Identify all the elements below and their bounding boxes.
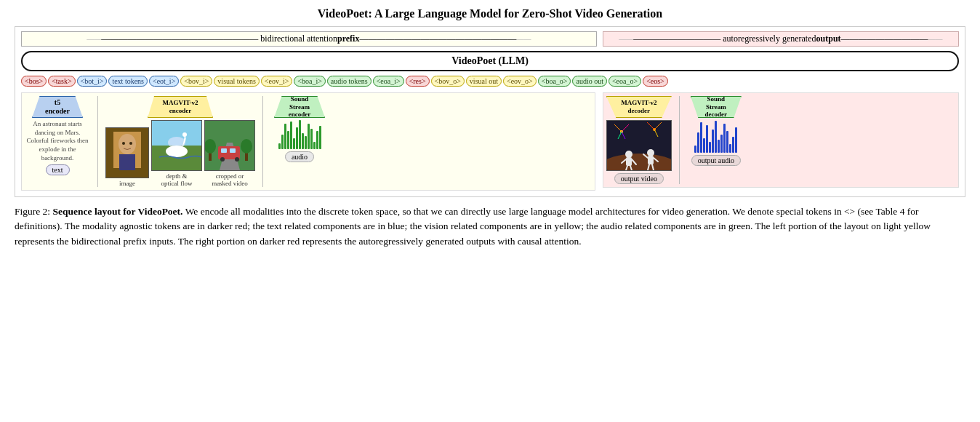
image-block: image xyxy=(105,127,149,187)
token-visual-tokens: visual tokens xyxy=(214,76,260,87)
depth-flow-block: depth &optical flow xyxy=(151,120,202,187)
token-boa-o: <boa_o> xyxy=(538,76,571,87)
token-res: <res> xyxy=(406,76,430,87)
magvit-decoder-block: MAGVIT-v2decoder xyxy=(606,96,672,184)
token-bos: <bos> xyxy=(21,76,47,87)
video-block: cropped ormasked video xyxy=(204,120,255,187)
depth-flow-caption: depth &optical flow xyxy=(161,172,192,187)
sound-enc-trapezoid: SoundStreamencoder xyxy=(274,96,325,118)
token-text-tokens: text tokens xyxy=(108,76,148,87)
token-audio-tokens: audio tokens xyxy=(327,76,371,87)
video-caption: cropped ormasked video xyxy=(212,172,248,187)
token-eoa-i: <eoa_i> xyxy=(373,76,404,87)
svg-point-16 xyxy=(235,157,239,162)
figure-number: Figure 2: xyxy=(15,206,53,217)
token-boa-i: <boa_i> xyxy=(294,76,326,87)
magvit-encoder-block: MAGVIT-v2encoder xyxy=(105,96,255,187)
svg-point-9 xyxy=(166,146,188,157)
token-task: <task> xyxy=(48,76,75,87)
t5-trapezoid: t5encoder xyxy=(32,96,83,118)
image-caption: image xyxy=(119,180,135,187)
audio-wave-enc xyxy=(278,120,321,149)
token-eov-o: <eov_o> xyxy=(503,76,537,87)
tokens-row: <bos> <task> <bot_i> text tokens <eot_i>… xyxy=(21,76,959,87)
main-title: VideoPoet: A Large Language Model for Ze… xyxy=(15,7,965,20)
svg-point-5 xyxy=(129,142,132,145)
svg-point-38 xyxy=(647,149,654,156)
svg-rect-3 xyxy=(119,154,135,170)
svg-point-20 xyxy=(241,139,252,154)
figure-caption: Figure 2: Sequence layout for VideoPoet.… xyxy=(15,204,965,249)
diagram-container: —————————————————— bidirectional attenti… xyxy=(15,26,965,197)
svg-point-32 xyxy=(625,151,632,158)
prefix-section: t5encoder An astronaut starts dancing on… xyxy=(21,92,595,191)
output-audio-label: output audio xyxy=(691,155,741,166)
token-bot-i: <bot_i> xyxy=(77,76,108,87)
svg-point-22 xyxy=(607,154,671,170)
sound-decoder-block: SoundStreamdecoder xyxy=(687,96,745,166)
figure-bold: Sequence layout for VideoPoet. xyxy=(53,206,183,217)
output-video-label: output video xyxy=(614,173,664,184)
token-eoa-o: <eoa_o> xyxy=(609,76,641,87)
output-attention-label: —————————— autoregressively generated ou… xyxy=(603,31,959,47)
audio-wave-dec xyxy=(694,120,737,153)
svg-point-10 xyxy=(182,132,187,137)
magvit-enc-trapezoid: MAGVIT-v2encoder xyxy=(148,96,213,118)
t5-text-desc: An astronaut starts dancing on Mars. Col… xyxy=(25,120,90,162)
sound-dec-trapezoid: SoundStreamdecoder xyxy=(691,96,742,118)
output-section: MAGVIT-v2decoder xyxy=(603,92,959,188)
t5-encoder-block: t5encoder An astronaut starts dancing on… xyxy=(25,96,90,175)
svg-point-2 xyxy=(119,134,136,154)
token-bov-i: <bov_i> xyxy=(180,76,212,87)
sound-encoder-block: SoundStreamencoder xyxy=(270,96,329,162)
llm-box: VideoPoet (LLM) xyxy=(21,51,959,71)
token-eov-i: <eov_i> xyxy=(261,76,293,87)
token-visual-out: visual out xyxy=(466,76,502,87)
token-eot-i: <eot_i> xyxy=(149,76,179,87)
token-eos: <eos> xyxy=(643,76,668,87)
text-label-pill: text xyxy=(46,164,70,175)
svg-rect-39 xyxy=(648,156,654,164)
audio-label-pill: audio xyxy=(285,151,314,162)
svg-rect-33 xyxy=(626,157,632,166)
prefix-attention-label: —————————————————— bidirectional attenti… xyxy=(21,31,597,47)
token-bov-o: <bov_o> xyxy=(431,76,465,87)
token-audio-out: audio out xyxy=(572,76,607,87)
svg-rect-13 xyxy=(221,148,227,153)
svg-rect-14 xyxy=(230,148,236,153)
svg-point-15 xyxy=(220,157,225,162)
magvit-dec-trapezoid: MAGVIT-v2decoder xyxy=(606,96,672,118)
svg-point-4 xyxy=(122,142,125,145)
